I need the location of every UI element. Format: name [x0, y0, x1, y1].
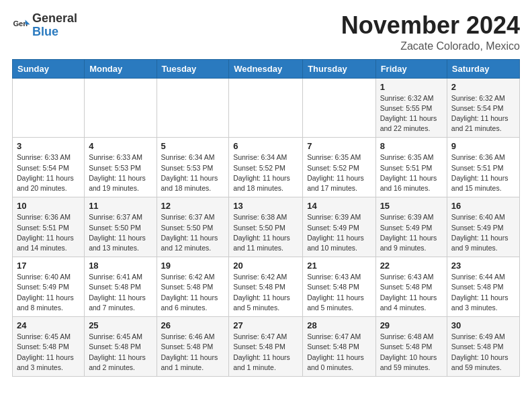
calendar-cell: 8Sunrise: 6:35 AM Sunset: 5:51 PM Daylig… — [375, 138, 447, 197]
day-number: 23 — [451, 261, 515, 271]
calendar-cell: 15Sunrise: 6:39 AM Sunset: 5:49 PM Dayli… — [375, 197, 447, 257]
week-row-5: 24Sunrise: 6:45 AM Sunset: 5:48 PM Dayli… — [13, 317, 520, 377]
week-row-4: 17Sunrise: 6:40 AM Sunset: 5:49 PM Dayli… — [13, 257, 520, 317]
day-number: 25 — [89, 320, 152, 330]
weekday-header-tuesday: Tuesday — [157, 59, 229, 78]
logo-blue: Blue — [32, 26, 77, 39]
calendar-cell: 20Sunrise: 6:42 AM Sunset: 5:48 PM Dayli… — [229, 257, 303, 317]
day-number: 15 — [380, 201, 443, 211]
page: Gen General Blue November 2024 Zacate Co… — [0, 0, 532, 389]
calendar-cell: 1Sunrise: 6:32 AM Sunset: 5:55 PM Daylig… — [375, 78, 447, 138]
day-info: Sunrise: 6:36 AM Sunset: 5:51 PM Dayligh… — [451, 152, 515, 193]
calendar-cell — [157, 78, 229, 138]
calendar-cell: 16Sunrise: 6:40 AM Sunset: 5:49 PM Dayli… — [447, 197, 519, 257]
day-info: Sunrise: 6:47 AM Sunset: 5:48 PM Dayligh… — [233, 332, 298, 373]
day-info: Sunrise: 6:33 AM Sunset: 5:54 PM Dayligh… — [17, 152, 80, 193]
weekday-header-row: SundayMondayTuesdayWednesdayThursdayFrid… — [13, 59, 520, 78]
day-number: 30 — [451, 320, 515, 330]
calendar-cell: 24Sunrise: 6:45 AM Sunset: 5:48 PM Dayli… — [13, 317, 85, 377]
weekday-header-saturday: Saturday — [447, 59, 519, 78]
calendar-cell: 18Sunrise: 6:41 AM Sunset: 5:48 PM Dayli… — [85, 257, 157, 317]
day-number: 29 — [380, 320, 443, 330]
calendar-cell: 9Sunrise: 6:36 AM Sunset: 5:51 PM Daylig… — [447, 138, 519, 197]
calendar-cell: 30Sunrise: 6:49 AM Sunset: 5:48 PM Dayli… — [447, 317, 519, 377]
week-row-2: 3Sunrise: 6:33 AM Sunset: 5:54 PM Daylig… — [13, 138, 520, 197]
calendar-cell — [229, 78, 303, 138]
day-info: Sunrise: 6:42 AM Sunset: 5:48 PM Dayligh… — [233, 272, 298, 313]
calendar-cell: 3Sunrise: 6:33 AM Sunset: 5:54 PM Daylig… — [13, 138, 85, 197]
calendar-cell: 10Sunrise: 6:36 AM Sunset: 5:51 PM Dayli… — [13, 197, 85, 257]
calendar-cell: 23Sunrise: 6:44 AM Sunset: 5:48 PM Dayli… — [447, 257, 519, 317]
calendar-cell: 7Sunrise: 6:35 AM Sunset: 5:52 PM Daylig… — [303, 138, 375, 197]
calendar-cell: 5Sunrise: 6:34 AM Sunset: 5:53 PM Daylig… — [157, 138, 229, 197]
day-number: 9 — [451, 141, 515, 151]
calendar-cell: 14Sunrise: 6:39 AM Sunset: 5:49 PM Dayli… — [303, 197, 375, 257]
day-info: Sunrise: 6:35 AM Sunset: 5:52 PM Dayligh… — [307, 152, 371, 193]
calendar-cell: 12Sunrise: 6:37 AM Sunset: 5:50 PM Dayli… — [157, 197, 229, 257]
day-info: Sunrise: 6:35 AM Sunset: 5:51 PM Dayligh… — [380, 152, 443, 193]
calendar-table: SundayMondayTuesdayWednesdayThursdayFrid… — [12, 59, 520, 377]
calendar-cell: 4Sunrise: 6:33 AM Sunset: 5:53 PM Daylig… — [85, 138, 157, 197]
calendar-cell: 28Sunrise: 6:47 AM Sunset: 5:48 PM Dayli… — [303, 317, 375, 377]
day-info: Sunrise: 6:46 AM Sunset: 5:48 PM Dayligh… — [161, 332, 225, 373]
day-number: 6 — [233, 141, 298, 151]
day-number: 2 — [451, 82, 515, 92]
calendar-cell: 21Sunrise: 6:43 AM Sunset: 5:48 PM Dayli… — [303, 257, 375, 317]
day-info: Sunrise: 6:45 AM Sunset: 5:48 PM Dayligh… — [89, 332, 152, 373]
weekday-header-monday: Monday — [85, 59, 157, 78]
day-number: 18 — [89, 261, 152, 271]
weekday-header-friday: Friday — [375, 59, 447, 78]
calendar-cell: 17Sunrise: 6:40 AM Sunset: 5:49 PM Dayli… — [13, 257, 85, 317]
day-info: Sunrise: 6:43 AM Sunset: 5:48 PM Dayligh… — [307, 272, 371, 313]
day-number: 17 — [17, 261, 80, 271]
day-number: 11 — [89, 201, 152, 211]
calendar-cell: 25Sunrise: 6:45 AM Sunset: 5:48 PM Dayli… — [85, 317, 157, 377]
calendar-cell: 26Sunrise: 6:46 AM Sunset: 5:48 PM Dayli… — [157, 317, 229, 377]
day-info: Sunrise: 6:32 AM Sunset: 5:54 PM Dayligh… — [451, 93, 515, 134]
day-number: 26 — [161, 320, 225, 330]
day-info: Sunrise: 6:41 AM Sunset: 5:48 PM Dayligh… — [89, 272, 152, 313]
day-info: Sunrise: 6:49 AM Sunset: 5:48 PM Dayligh… — [451, 332, 515, 373]
calendar-cell: 19Sunrise: 6:42 AM Sunset: 5:48 PM Dayli… — [157, 257, 229, 317]
day-info: Sunrise: 6:34 AM Sunset: 5:52 PM Dayligh… — [233, 152, 298, 193]
day-info: Sunrise: 6:45 AM Sunset: 5:48 PM Dayligh… — [17, 332, 80, 373]
header: Gen General Blue November 2024 Zacate Co… — [12, 12, 520, 52]
day-info: Sunrise: 6:40 AM Sunset: 5:49 PM Dayligh… — [17, 272, 80, 313]
day-number: 12 — [161, 201, 225, 211]
week-row-3: 10Sunrise: 6:36 AM Sunset: 5:51 PM Dayli… — [13, 197, 520, 257]
day-info: Sunrise: 6:47 AM Sunset: 5:48 PM Dayligh… — [307, 332, 371, 373]
day-info: Sunrise: 6:48 AM Sunset: 5:48 PM Dayligh… — [380, 332, 443, 373]
day-number: 27 — [233, 320, 298, 330]
day-number: 14 — [307, 201, 371, 211]
logo-icon: Gen — [12, 16, 31, 35]
day-info: Sunrise: 6:38 AM Sunset: 5:50 PM Dayligh… — [233, 212, 298, 253]
title-block: November 2024 Zacate Colorado, Mexico — [341, 12, 520, 52]
logo-text: General Blue — [32, 12, 77, 39]
day-info: Sunrise: 6:37 AM Sunset: 5:50 PM Dayligh… — [89, 212, 152, 253]
day-info: Sunrise: 6:44 AM Sunset: 5:48 PM Dayligh… — [451, 272, 515, 313]
day-number: 19 — [161, 261, 225, 271]
calendar-cell: 2Sunrise: 6:32 AM Sunset: 5:54 PM Daylig… — [447, 78, 519, 138]
day-info: Sunrise: 6:39 AM Sunset: 5:49 PM Dayligh… — [380, 212, 443, 253]
weekday-header-thursday: Thursday — [303, 59, 375, 78]
day-number: 3 — [17, 141, 80, 151]
day-info: Sunrise: 6:39 AM Sunset: 5:49 PM Dayligh… — [307, 212, 371, 253]
calendar-cell: 11Sunrise: 6:37 AM Sunset: 5:50 PM Dayli… — [85, 197, 157, 257]
day-number: 10 — [17, 201, 80, 211]
day-number: 7 — [307, 141, 371, 151]
calendar-cell — [85, 78, 157, 138]
day-info: Sunrise: 6:40 AM Sunset: 5:49 PM Dayligh… — [451, 212, 515, 253]
day-number: 21 — [307, 261, 371, 271]
day-number: 16 — [451, 201, 515, 211]
logo: Gen General Blue — [12, 12, 77, 39]
day-number: 22 — [380, 261, 443, 271]
day-number: 24 — [17, 320, 80, 330]
day-number: 4 — [89, 141, 152, 151]
calendar-cell: 27Sunrise: 6:47 AM Sunset: 5:48 PM Dayli… — [229, 317, 303, 377]
day-number: 5 — [161, 141, 225, 151]
logo-general: General — [32, 12, 77, 26]
day-number: 20 — [233, 261, 298, 271]
weekday-header-sunday: Sunday — [13, 59, 85, 78]
calendar-cell: 13Sunrise: 6:38 AM Sunset: 5:50 PM Dayli… — [229, 197, 303, 257]
calendar-cell — [13, 78, 85, 138]
